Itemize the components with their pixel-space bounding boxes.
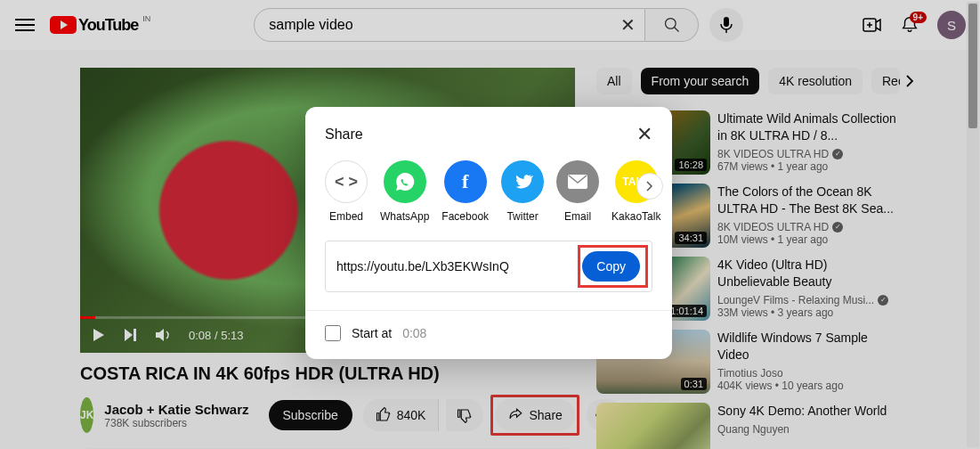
recommendation-info: The Colors of the Ocean 8K ULTRA HD - Th…	[717, 184, 900, 248]
dialog-title: Share	[325, 127, 363, 143]
duration-badge: 1:01:14	[667, 305, 707, 317]
recommendation-title: Wildlife Windows 7 Sample Video	[717, 330, 900, 363]
share-email[interactable]: Email	[556, 160, 599, 223]
header-right: 9+ S	[861, 11, 966, 39]
subscribe-button[interactable]: Subscribe	[269, 400, 352, 430]
channel-avatar[interactable]: JK	[80, 397, 93, 433]
country-code: IN	[142, 14, 150, 23]
youtube-logo[interactable]: YouTube IN	[50, 16, 138, 35]
thumbs-up-icon	[376, 407, 392, 423]
recommendation-title: Ultimate Wild Animals Collection in 8K U…	[717, 110, 900, 144]
action-buttons: 840K Share •••	[363, 395, 623, 436]
channel-info: Jacob + Katie Schwarz 738K subscribers	[104, 402, 248, 429]
microphone-icon	[719, 16, 733, 34]
facebook-icon: f	[444, 160, 487, 203]
close-icon[interactable]: ✕	[636, 123, 652, 146]
search-box: ✕	[254, 8, 645, 42]
volume-icon[interactable]	[155, 327, 173, 343]
scrollbar[interactable]	[967, 2, 979, 447]
recommendation-info: 4K Video (Ultra HD) Unbelievable Beauty …	[717, 257, 900, 321]
svg-rect-9	[134, 329, 136, 341]
recommendation-meta: 404K views • 10 years ago	[717, 380, 900, 392]
chip-all[interactable]: All	[596, 68, 632, 94]
copy-button[interactable]: Copy	[582, 251, 640, 282]
share-dialog: Share ✕ < > Embed WhatsApp f Facebook Tw…	[305, 107, 672, 359]
recommendation-info: Ultimate Wild Animals Collection in 8K U…	[717, 110, 900, 175]
recommendation-info: Wildlife Windows 7 Sample Video Timotius…	[717, 330, 900, 394]
dislike-button[interactable]	[446, 399, 483, 431]
start-at-row: Start at 0:08	[325, 325, 652, 341]
header: YouTube IN ✕ 9+ S	[0, 0, 980, 50]
start-at-checkbox[interactable]	[325, 325, 341, 341]
dialog-header: Share ✕	[325, 123, 652, 146]
tutorial-highlight-share: Share	[490, 395, 579, 436]
scrollbar-thumb[interactable]	[968, 4, 977, 128]
video-title: COSTA RICA IN 4K 60fps HDR (ULTRA HD)	[80, 363, 575, 384]
account-avatar[interactable]: S	[937, 11, 966, 39]
search-button[interactable]	[645, 8, 699, 42]
verified-icon: ✓	[832, 222, 843, 233]
svg-marker-10	[156, 329, 164, 341]
recommendation-channel: LoungeV Films - Relaxing Musi... ✓	[717, 294, 900, 306]
play-icon	[50, 16, 77, 34]
search-group: ✕	[254, 8, 743, 42]
recommendation-title: 4K Video (Ultra HD) Unbelievable Beauty	[717, 257, 900, 290]
recommendation-channel: 8K VIDEOS ULTRA HD ✓	[717, 148, 900, 160]
share-icon	[507, 407, 523, 423]
time-display: 0:08 / 5:13	[189, 329, 243, 342]
recommendation-channel: Timotius Joso	[717, 367, 900, 380]
create-button[interactable]	[861, 14, 882, 36]
divider	[305, 310, 672, 311]
svg-marker-7	[93, 329, 104, 341]
tutorial-highlight-copy: Copy	[578, 245, 648, 288]
thumbnail	[596, 403, 710, 449]
start-at-label: Start at	[352, 326, 392, 340]
chip-partial[interactable]: Rec	[871, 68, 900, 94]
share-embed[interactable]: < > Embed	[325, 160, 368, 223]
duration-badge: 0:31	[681, 378, 707, 390]
whatsapp-icon	[384, 160, 426, 203]
svg-rect-2	[724, 17, 729, 27]
play-icon[interactable]	[91, 327, 107, 343]
chip-from-search[interactable]: From your search	[641, 68, 760, 94]
share-targets-next-button[interactable]	[636, 173, 663, 200]
logo-text: YouTube	[78, 16, 138, 35]
search-input[interactable]	[269, 17, 609, 33]
voice-search-button[interactable]	[709, 8, 743, 42]
share-facebook[interactable]: f Facebook	[441, 160, 489, 223]
svg-marker-8	[125, 329, 133, 341]
recommendation-title: The Colors of the Ocean 8K ULTRA HD - Th…	[717, 184, 900, 217]
channel-name[interactable]: Jacob + Katie Schwarz	[104, 402, 248, 417]
channel-row: JK Jacob + Katie Schwarz 738K subscriber…	[80, 395, 575, 436]
share-whatsapp[interactable]: WhatsApp	[380, 160, 429, 223]
next-icon[interactable]	[123, 327, 139, 343]
verified-icon: ✓	[832, 149, 843, 159]
recommendation-title: Sony 4K Demo: Another World	[717, 403, 887, 420]
duration-badge: 16:28	[675, 159, 707, 171]
recommendation-item[interactable]: Sony 4K Demo: Another World Quang Nguyen	[596, 403, 900, 449]
notifications-button[interactable]: 9+	[900, 15, 919, 35]
verified-icon: ✓	[878, 295, 888, 306]
email-icon	[556, 160, 599, 203]
menu-icon[interactable]	[14, 14, 36, 36]
recommendation-channel: Quang Nguyen	[717, 423, 887, 436]
chips-next-button[interactable]	[902, 73, 918, 89]
notification-badge: 9+	[910, 12, 927, 23]
search-icon	[663, 16, 681, 34]
recommendation-meta: 33M views • 3 years ago	[717, 306, 900, 319]
share-link-row: Copy	[325, 241, 652, 292]
share-twitter[interactable]: Twitter	[501, 160, 544, 223]
share-button[interactable]: Share	[495, 399, 574, 431]
chip-4k[interactable]: 4K resolution	[768, 68, 863, 94]
twitter-icon	[501, 160, 544, 203]
recommendation-meta: 67M views • 1 year ago	[717, 160, 900, 173]
recommendation-info: Sony 4K Demo: Another World Quang Nguyen	[717, 403, 887, 449]
like-button[interactable]: 840K	[363, 399, 440, 431]
chevron-right-icon	[644, 181, 655, 192]
clear-icon[interactable]: ✕	[620, 14, 636, 36]
recommendation-channel: 8K VIDEOS ULTRA HD ✓	[717, 221, 900, 233]
share-targets: < > Embed WhatsApp f Facebook Twitter Em…	[325, 160, 652, 223]
start-at-time: 0:08	[402, 326, 426, 340]
share-url-input[interactable]	[336, 259, 567, 273]
thumbs-down-icon	[457, 407, 473, 423]
